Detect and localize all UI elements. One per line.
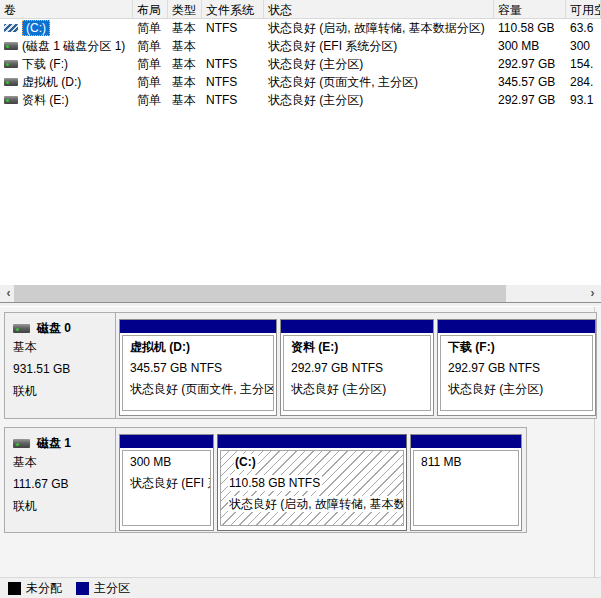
disk-status: 联机 [13,380,115,402]
partition-c-selected[interactable]: (C:) 110.58 GB NTFS 状态良好 (启动, 故障转储, 基本数据… [217,434,407,531]
cell-capacity: 292.97 GB [494,55,566,73]
cell-free: 93.1 [566,91,601,109]
volume-list-pane: 卷 布局 类型 文件系统 状态 容量 可用空间 (C:) 简单 基本 NTFS … [0,0,601,302]
partition-status: 状态良好 (主分区) [284,379,430,400]
disk-type: 基本 [13,451,115,473]
partition-title: (C:) [234,454,258,470]
partition-size: 110.58 GB NTFS [228,475,322,491]
partition-e[interactable]: 资料 (E:) 292.97 GB NTFS 状态良好 (主分区) [280,319,434,416]
disk-type: 基本 [13,336,115,358]
disk-name: 磁盘 0 [37,320,71,337]
primary-partition-bar [218,435,406,448]
volume-name: 下载 (F:) [22,55,68,73]
primary-partition-bar [438,320,595,333]
column-header-fs[interactable]: 文件系统 [202,0,264,18]
volume-icon [4,42,18,50]
primary-partition-bar [281,320,433,333]
partition-status: 状态良好 (启动, 故障转储, 基本数据分区) [228,496,404,512]
legend-bar: 未分配 主分区 [0,577,601,598]
volume-icon [4,96,18,104]
cell-fs: NTFS [202,55,264,73]
unallocated-swatch [8,582,21,595]
column-header-type[interactable]: 类型 [168,0,202,18]
legend-primary-label: 主分区 [94,580,130,597]
legend-primary-partition: 主分区 [76,580,130,597]
partition-size: 811 MB [414,452,518,473]
column-header-volume[interactable]: 卷 [0,0,133,18]
table-row-f[interactable]: 下载 (F:) 简单 基本 NTFS 状态良好 (主分区) 292.97 GB … [0,55,601,73]
cell-free: 63.6 [566,19,601,37]
partition-efi[interactable]: 300 MB 状态良好 (EFI 系统分区) [119,434,214,531]
legend-unallocated-label: 未分配 [26,580,62,597]
partition-status: 状态良好 (主分区) [441,379,592,400]
table-row-d[interactable]: 虚拟机 (D:) 简单 基本 NTFS 状态良好 (页面文件, 主分区) 345… [0,73,601,91]
partition-f[interactable]: 下载 (F:) 292.97 GB NTFS 状态良好 (主分区) [437,319,596,416]
scroll-right-icon[interactable]: › [584,285,601,302]
volume-name: (磁盘 1 磁盘分区 1) [22,37,125,55]
horizontal-scrollbar[interactable]: ‹ › [0,285,601,302]
cell-fs [202,37,264,55]
cell-fs: NTFS [202,19,264,37]
table-header: 卷 布局 类型 文件系统 状态 容量 可用空间 [0,0,601,19]
cell-status: 状态良好 (主分区) [264,55,494,73]
disk-status: 联机 [13,495,115,517]
volume-icon [4,78,18,86]
cell-layout: 简单 [133,19,168,37]
volume-name: 虚拟机 (D:) [22,73,81,91]
partition-size: 345.57 GB NTFS [123,358,273,379]
primary-partition-bar [120,320,276,333]
cell-layout: 简单 [133,37,168,55]
cell-status: 状态良好 (主分区) [264,91,494,109]
primary-partition-bar [120,435,213,448]
cell-free: 284. [566,73,601,91]
cell-fs: NTFS [202,73,264,91]
column-header-layout[interactable]: 布局 [133,0,168,18]
partition-title: 下载 (F:) [441,337,592,358]
cell-status: 状态良好 (启动, 故障转储, 基本数据分区) [264,19,494,37]
cell-capacity: 110.58 GB [494,19,566,37]
volume-name: 资料 (E:) [22,91,69,109]
volume-name-selected[interactable]: (C:) [22,20,50,36]
column-header-status[interactable]: 状态 [264,0,494,18]
disk-name: 磁盘 1 [37,435,71,452]
graphical-view-pane: 磁盘 0 基本 931.51 GB 联机 虚拟机 (D:) 345.57 GB … [0,307,601,577]
cell-type: 基本 [168,19,202,37]
volume-selected-icon [4,24,18,32]
scrollbar-thumb[interactable] [14,285,506,302]
cell-free: 300 [566,37,601,55]
primary-partition-bar [411,435,521,448]
cell-layout: 简单 [133,73,168,91]
partition-size: 292.97 GB NTFS [284,358,430,379]
disk-band-0: 磁盘 0 基本 931.51 GB 联机 虚拟机 (D:) 345.57 GB … [4,312,597,419]
disk-1-label-panel[interactable]: 磁盘 1 基本 111.67 GB 联机 [5,428,116,532]
cell-capacity: 345.57 GB [494,73,566,91]
table-row-e[interactable]: 资料 (E:) 简单 基本 NTFS 状态良好 (主分区) 292.97 GB … [0,91,601,109]
cell-free: 154. [566,55,601,73]
partition-status: 状态良好 (EFI 系统分区) [123,473,210,494]
column-header-free[interactable]: 可用空间 [566,0,601,18]
disk-0-label-panel[interactable]: 磁盘 0 基本 931.51 GB 联机 [5,313,116,418]
disk-size: 111.67 GB [13,473,115,495]
partition-d[interactable]: 虚拟机 (D:) 345.57 GB NTFS 状态良好 (页面文件, 主分区) [119,319,277,416]
cell-layout: 简单 [133,91,168,109]
cell-layout: 简单 [133,55,168,73]
disk-band-1: 磁盘 1 基本 111.67 GB 联机 300 MB 状态良好 (EFI 系统… [4,427,527,533]
cell-capacity: 292.97 GB [494,91,566,109]
cell-status: 状态良好 (EFI 系统分区) [264,37,494,55]
legend-unallocated: 未分配 [8,580,62,597]
cell-type: 基本 [168,73,202,91]
partition-recovery[interactable]: 811 MB [410,434,522,531]
partition-size: 300 MB [123,452,210,473]
disk-icon [13,439,30,448]
table-row-c[interactable]: (C:) 简单 基本 NTFS 状态良好 (启动, 故障转储, 基本数据分区) … [0,19,601,37]
table-row-efi[interactable]: (磁盘 1 磁盘分区 1) 简单 基本 状态良好 (EFI 系统分区) 300 … [0,37,601,55]
disk-size: 931.51 GB [13,358,115,380]
disk-1-partition-area: 300 MB 状态良好 (EFI 系统分区) (C:) 110.58 GB NT… [116,428,526,532]
disk-icon [13,324,30,333]
disk-0-partition-area: 虚拟机 (D:) 345.57 GB NTFS 状态良好 (页面文件, 主分区)… [116,313,596,418]
partition-size: 292.97 GB NTFS [441,358,592,379]
cell-fs: NTFS [202,91,264,109]
column-header-capacity[interactable]: 容量 [494,0,566,18]
partition-title: 虚拟机 (D:) [123,337,273,358]
cell-type: 基本 [168,55,202,73]
